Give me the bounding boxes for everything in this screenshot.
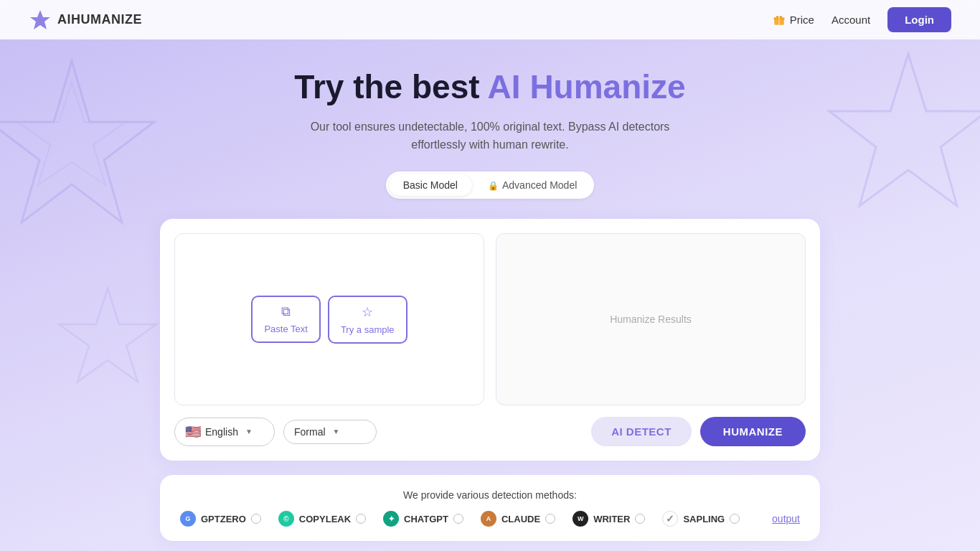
- hero-subtitle: Our tool ensures undetectable, 100% orig…: [289, 118, 691, 154]
- lang-chevron-icon: ▼: [245, 428, 253, 435]
- flag-us-icon: 🇺🇸: [185, 424, 201, 440]
- logo-icon: [29, 9, 52, 32]
- controls-row: 🇺🇸 English ▼ Formal ▼ AI DETECT HUMANIZE: [174, 417, 806, 446]
- hero-title-highlight: AI Humanize: [488, 68, 686, 105]
- detection-item-gptzero: G GPTZERO: [180, 511, 261, 527]
- detection-section: We provide various detection methods: G …: [160, 475, 820, 541]
- logo-text: AIHUMANIZE: [57, 12, 142, 27]
- detection-item-copyleak: © COPYLEAK: [278, 511, 366, 527]
- chatgpt-label: CHATGPT: [404, 514, 448, 524]
- writer-logo: W: [573, 511, 588, 527]
- language-select[interactable]: 🇺🇸 English ▼: [174, 418, 275, 446]
- sapling-radio[interactable]: [730, 514, 740, 524]
- gptzero-label: GPTZERO: [201, 514, 246, 524]
- detection-item-sapling: ✓ SAPLING: [662, 511, 740, 527]
- editor-row: ⧉ Paste Text ☆ Try a sample Humanize Res…: [174, 233, 806, 405]
- logo-area: AIHUMANIZE: [29, 9, 142, 32]
- star-decoration-bottom: [43, 283, 172, 412]
- claude-label: CLAUDE: [501, 514, 540, 524]
- ai-detect-button[interactable]: AI DETECT: [591, 417, 692, 446]
- detection-item-chatgpt: ✦ CHATGPT: [383, 511, 463, 527]
- output-link[interactable]: output: [772, 513, 800, 524]
- gptzero-logo: G: [180, 511, 196, 527]
- tone-chevron-icon: ▼: [333, 428, 340, 435]
- tab-advanced-model[interactable]: 🔒Advanced Model: [473, 174, 591, 196]
- main-card: ⧉ Paste Text ☆ Try a sample Humanize Res…: [160, 219, 820, 461]
- paste-icon: ⧉: [281, 304, 291, 319]
- login-button[interactable]: Login: [887, 7, 951, 32]
- header: AIHUMANIZE Price Account Login: [0, 0, 980, 39]
- gptzero-radio[interactable]: [251, 514, 261, 524]
- language-text: English: [205, 426, 238, 438]
- writer-label: WRITER: [593, 514, 630, 524]
- chatgpt-radio[interactable]: [453, 514, 463, 524]
- sapling-label: SAPLING: [683, 514, 725, 524]
- humanize-button[interactable]: HUMANIZE: [700, 417, 806, 446]
- editor-buttons: ⧉ Paste Text ☆ Try a sample: [251, 296, 407, 344]
- copyleak-label: COPYLEAK: [299, 514, 351, 524]
- account-link[interactable]: Account: [831, 14, 870, 26]
- star-icon: ☆: [362, 304, 373, 320]
- detection-methods: G GPTZERO © COPYLEAK ✦ CHATGPT A CLAUDE: [180, 511, 800, 527]
- tab-basic-model[interactable]: Basic Model: [389, 174, 472, 196]
- svg-marker-0: [30, 10, 50, 29]
- paste-text-button[interactable]: ⧉ Paste Text: [251, 296, 320, 343]
- results-pane: Humanize Results: [496, 233, 806, 405]
- claude-logo: A: [481, 511, 496, 527]
- price-label: Price: [790, 14, 814, 26]
- writer-radio[interactable]: [635, 514, 645, 524]
- detection-title: We provide various detection methods:: [180, 489, 800, 501]
- price-link[interactable]: Price: [773, 14, 814, 27]
- tone-text: Formal: [294, 426, 326, 438]
- hero-title: Try the best AI Humanize: [14, 68, 966, 106]
- claude-radio[interactable]: [545, 514, 555, 524]
- hero-section: Try the best AI Humanize Our tool ensure…: [0, 39, 980, 551]
- gift-icon: [773, 14, 786, 27]
- chatgpt-logo: ✦: [383, 511, 399, 527]
- copyleak-radio[interactable]: [356, 514, 366, 524]
- svg-rect-3: [778, 17, 780, 25]
- detection-item-claude: A CLAUDE: [481, 511, 555, 527]
- input-pane[interactable]: ⧉ Paste Text ☆ Try a sample: [174, 233, 484, 405]
- model-tabs: Basic Model 🔒Advanced Model: [386, 171, 595, 199]
- results-label: Humanize Results: [610, 314, 692, 325]
- detection-item-writer: W WRITER: [573, 511, 645, 527]
- copyleak-logo: ©: [278, 511, 294, 527]
- header-nav: Price Account Login: [773, 7, 951, 32]
- lock-icon: 🔒: [488, 181, 499, 191]
- try-sample-button[interactable]: ☆ Try a sample: [328, 296, 407, 344]
- tone-select[interactable]: Formal ▼: [283, 420, 377, 444]
- svg-marker-7: [59, 288, 156, 382]
- sapling-logo: ✓: [662, 511, 678, 527]
